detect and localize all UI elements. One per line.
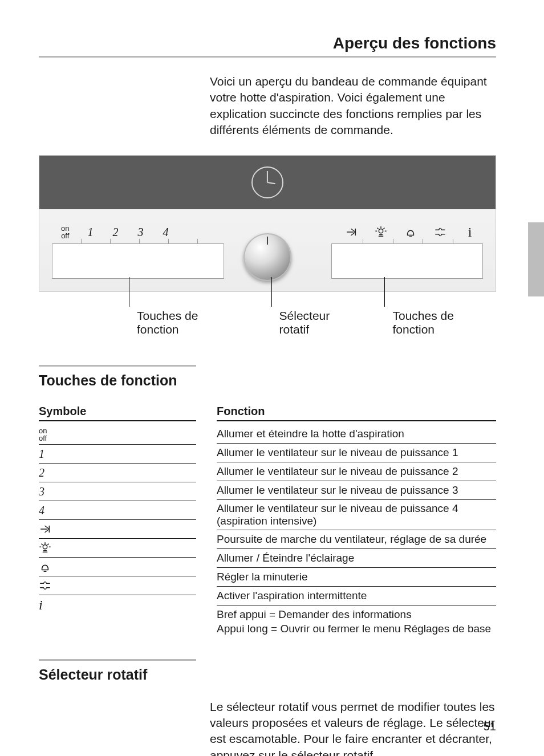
section-divider-1 xyxy=(39,365,196,367)
info-icon: i xyxy=(464,225,476,240)
sym-onoff: onoff xyxy=(39,425,196,445)
sym-4: 4 xyxy=(39,501,196,520)
intermittent-icon xyxy=(39,579,51,592)
intermittent-icon xyxy=(434,226,446,238)
functions-table: Symbole onoff 1 2 3 4 xyxy=(39,405,496,638)
col-head-fonction: Fonction xyxy=(217,405,496,421)
fn-2: Allumer le ventilateur sur le niveau de … xyxy=(217,462,496,481)
sym-info: i xyxy=(39,595,196,615)
fn-intermittent: Activer l'aspiration intermittente xyxy=(217,587,496,605)
thumb-index-tab xyxy=(528,222,544,296)
svg-point-1 xyxy=(43,545,47,549)
callout-left: Touches de fonction xyxy=(137,298,241,336)
rotary-knob-wrap xyxy=(243,208,291,256)
col-head-symbole: Symbole xyxy=(39,405,196,421)
fn-info: Bref appui = Demander des informations A… xyxy=(217,605,496,638)
section-heading-rotary: Sélecteur rotatif xyxy=(39,666,496,683)
callout-center-label: Sélecteur rotatif xyxy=(279,309,330,336)
rotary-knob xyxy=(243,233,291,281)
sym-3: 3 xyxy=(39,482,196,501)
col-symbole: Symbole onoff 1 2 3 4 xyxy=(39,405,196,638)
runon-icon xyxy=(345,226,358,238)
section-heading-functions: Touches de fonction xyxy=(39,372,496,389)
touch-zone-right xyxy=(331,243,483,279)
tick-row-right xyxy=(332,239,483,243)
key-cluster-left: on off 1 2 3 4 xyxy=(61,225,169,239)
page-number: 51 xyxy=(484,720,496,733)
fn-info-line2: Appui long = Ouvrir ou fermer le menu Ré… xyxy=(217,623,491,635)
runon-icon xyxy=(39,523,51,535)
light-icon xyxy=(375,226,387,238)
fn-3: Allumer le ventilateur sur le niveau de … xyxy=(217,481,496,500)
callout-left-label: Touches de fonction xyxy=(137,309,198,336)
sym-light xyxy=(39,539,196,558)
col-fonction: Fonction Allumer et éteindre la hotte d'… xyxy=(217,405,496,638)
timer-bell-icon xyxy=(39,560,51,573)
header-rule xyxy=(39,56,496,58)
callout-right-label: Touches de fonction xyxy=(392,309,453,336)
tick-row-left xyxy=(52,239,223,243)
sym-2: 2 xyxy=(39,464,196,482)
rotary-body: Le sélecteur rotatif vous permet de modi… xyxy=(210,699,496,756)
key-1: 1 xyxy=(86,226,94,239)
function-list: Allumer et éteindre la hotte d'aspiratio… xyxy=(217,425,496,638)
display-band xyxy=(39,156,496,209)
sym-1: 1 xyxy=(39,445,196,464)
sym-intermittent xyxy=(39,576,196,595)
clock-icon xyxy=(251,166,283,198)
key-cluster-right: i xyxy=(345,225,476,240)
key-2: 2 xyxy=(111,226,119,239)
callouts-bottom: Touches de fonction Sélecteur rotatif To… xyxy=(39,298,496,336)
sym-timer xyxy=(39,558,196,576)
callout-right: Touches de fonction xyxy=(392,298,496,336)
key-4: 4 xyxy=(161,226,169,239)
sym-runon xyxy=(39,520,196,539)
manual-page: Aperçu des fonctions Voici un aperçu du … xyxy=(0,0,544,756)
svg-point-0 xyxy=(379,229,383,233)
control-panel: on off 1 2 3 4 i xyxy=(39,155,496,292)
fn-onoff: Allumer et éteindre la hotte d'aspiratio… xyxy=(217,425,496,444)
fn-1: Allumer le ventilateur sur le niveau de … xyxy=(217,444,496,462)
section-divider-2 xyxy=(39,659,196,661)
touch-zone-left xyxy=(52,243,224,279)
symbole-list: onoff 1 2 3 4 i xyxy=(39,425,196,615)
fn-timer: Régler la minuterie xyxy=(217,568,496,587)
key-3: 3 xyxy=(136,226,144,239)
onoff-key: on off xyxy=(61,225,69,239)
fn-runon: Poursuite de marche du ventilateur, régl… xyxy=(217,530,496,549)
fn-info-line1: Bref appui = Demander des informations xyxy=(217,608,412,620)
fn-light: Allumer / Éteindre l'éclairage xyxy=(217,549,496,568)
light-icon xyxy=(39,542,51,554)
callout-center: Sélecteur rotatif xyxy=(279,298,361,336)
page-title: Aperçu des fonctions xyxy=(39,34,496,52)
intro-text: Voici un aperçu du bandeau de commande é… xyxy=(210,74,496,138)
control-panel-figure: Affichage on off 1 2 3 4 xyxy=(39,155,496,336)
fn-4: Allumer le ventilateur sur le niveau de … xyxy=(217,500,496,530)
timer-bell-icon xyxy=(404,226,417,238)
